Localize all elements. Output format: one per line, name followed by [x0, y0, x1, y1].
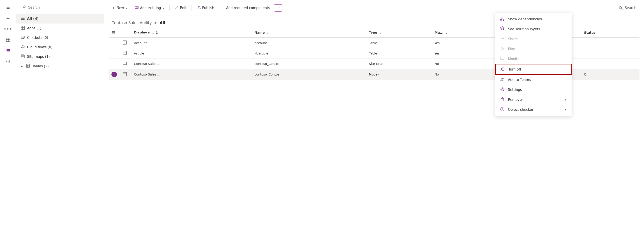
edit-label: Edit	[180, 6, 186, 10]
publish-label: Publish	[202, 6, 214, 10]
row-select-1[interactable]	[109, 38, 120, 48]
row-display-name-4: Contoso Sales ...	[131, 69, 240, 80]
row-name-3: contoso_Contos...	[252, 59, 366, 69]
row-type-3: Site Map	[366, 59, 432, 69]
menu-item-settings[interactable]: Settings	[495, 85, 572, 95]
row-select-4[interactable]: ✓	[109, 69, 120, 80]
col-actions	[240, 28, 252, 38]
row-name-2: kbarticle	[252, 48, 366, 59]
row-managed-1: Yes	[432, 38, 495, 48]
object-checker-label: Object checker	[508, 108, 533, 112]
row-dots-3[interactable]: ⋮	[240, 59, 252, 69]
row-select-2[interactable]	[109, 48, 120, 59]
status-on-badge: On	[584, 73, 588, 76]
row-managed-4: No	[432, 69, 495, 80]
object-checker-submenu-icon: ►	[565, 108, 567, 111]
col-managed[interactable]: Ma... ⌄	[432, 28, 495, 38]
sidebar-item-cloud-flows[interactable]: Cloud flows (0)	[16, 43, 104, 52]
menu-item-turn-off[interactable]: Turn off	[495, 64, 572, 75]
sidebar-nav: All (4) Apps (1) Chatbots (0) Cloud flow…	[16, 13, 104, 72]
svg-rect-38	[112, 32, 115, 33]
row-status-1	[581, 38, 640, 48]
ellipsis-icon[interactable]: •••	[4, 24, 13, 34]
svg-rect-40	[123, 41, 126, 44]
sidebar-item-site-maps[interactable]: Site maps (1)	[16, 52, 104, 61]
menu-item-share: Share	[495, 34, 572, 44]
add-existing-label: Add existing	[140, 6, 161, 10]
hamburger-icon[interactable]: ☰	[4, 3, 13, 12]
sidebar-search-input[interactable]	[28, 6, 98, 10]
edit-button[interactable]: Edit	[172, 4, 190, 12]
breadcrumb-current: All	[160, 21, 165, 25]
toolbar-divider-2	[192, 5, 192, 11]
grid-icon[interactable]	[4, 35, 13, 44]
edit-icon	[174, 6, 179, 11]
sitemaps-nav-icon	[21, 54, 25, 59]
svg-rect-6	[6, 52, 10, 52]
settings-icon	[500, 87, 505, 92]
show-dependencies-icon	[500, 17, 505, 22]
svg-rect-17	[21, 36, 24, 38]
sidebar-item-chatbots[interactable]: Chatbots (0)	[16, 33, 104, 43]
menu-item-solution-layers[interactable]: See solution layers	[495, 24, 572, 34]
add-existing-icon	[135, 6, 139, 11]
publish-button[interactable]: Publish	[194, 4, 217, 12]
breadcrumb-parent: Contoso Sales Agility	[112, 21, 152, 25]
row-status-3	[581, 59, 640, 69]
add-teams-icon	[500, 77, 505, 82]
svg-line-9	[25, 8, 26, 8]
menu-item-object-checker[interactable]: Object checker ►	[495, 105, 572, 115]
row-dots-1[interactable]: ⋮	[240, 38, 252, 48]
sidebar-search-container[interactable]	[20, 4, 100, 11]
row-icon-1	[120, 38, 131, 48]
sidebar-item-apps[interactable]: Apps (1)	[16, 24, 104, 33]
list-icon[interactable]	[4, 46, 13, 55]
toolbar-divider-1	[170, 5, 170, 11]
svg-rect-5	[6, 50, 10, 51]
menu-item-show-dependencies[interactable]: Show dependencies	[495, 14, 572, 24]
sidebar-item-tables[interactable]: ► Tables (2)	[16, 61, 104, 71]
object-checker-icon	[500, 107, 505, 112]
row-icon-3	[120, 59, 131, 69]
settings-label: Settings	[508, 88, 522, 92]
menu-item-remove[interactable]: Remove ►	[495, 95, 572, 105]
svg-rect-37	[112, 31, 115, 32]
svg-rect-23	[21, 55, 24, 58]
svg-point-62	[501, 78, 502, 79]
toolbar-search[interactable]: Search	[616, 5, 640, 11]
add-required-label: Add required components	[226, 6, 270, 10]
svg-point-72	[502, 110, 502, 110]
menu-item-play: Play	[495, 44, 572, 54]
share-label: Share	[508, 37, 518, 41]
back-icon[interactable]: ←	[4, 14, 13, 23]
svg-rect-10	[21, 17, 24, 17]
tables-expand-icon[interactable]: ►	[21, 65, 23, 68]
svg-rect-34	[197, 8, 200, 9]
svg-line-55	[501, 18, 502, 20]
add-existing-button[interactable]: Add existing ⌄	[132, 4, 168, 12]
col-display-name[interactable]: Display n... ▲▼	[131, 28, 240, 38]
toolbar-search-label: Search	[624, 6, 636, 10]
history-icon[interactable]	[4, 57, 13, 66]
add-teams-label: Add to Teams	[508, 78, 531, 82]
row-icon-2	[120, 48, 131, 59]
turn-off-icon	[500, 67, 505, 72]
svg-rect-4	[6, 49, 10, 50]
col-type[interactable]: Type ⌄	[366, 28, 432, 38]
row-icon-4	[120, 69, 131, 80]
publish-icon	[197, 6, 201, 11]
row-dots-4[interactable]: ⋮	[240, 69, 252, 80]
row-select-3[interactable]	[109, 59, 120, 69]
sidebar-item-all-label: All (4)	[27, 17, 38, 21]
svg-line-22	[24, 38, 24, 39]
more-options-button[interactable]: ···	[274, 4, 282, 12]
row-dots-2[interactable]: ⋮	[240, 48, 252, 59]
col-name[interactable]: Name ⌄	[252, 28, 366, 38]
sidebar-item-all[interactable]: All (4)	[16, 14, 104, 24]
new-button[interactable]: + New ⌄	[109, 4, 130, 12]
add-required-button[interactable]: + Add required components	[218, 4, 273, 12]
svg-point-54	[503, 20, 504, 21]
menu-item-add-teams[interactable]: Add to Teams	[495, 75, 572, 85]
menu-item-monitor: Monitor	[495, 54, 572, 64]
turn-off-label: Turn off	[508, 67, 521, 71]
